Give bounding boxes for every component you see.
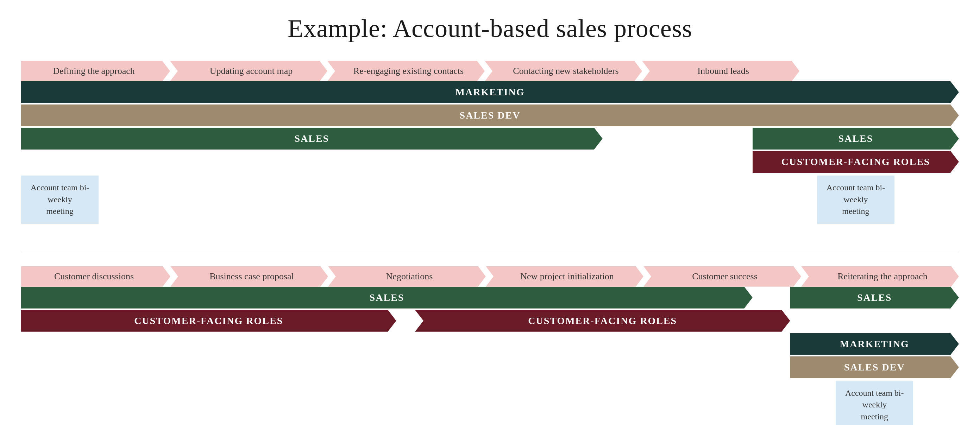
customer-right-band-top: CUSTOMER-FACING ROLES xyxy=(752,151,959,173)
sales-row-top: SALES SALES xyxy=(21,128,959,149)
marketing-row: MARKETING xyxy=(21,81,959,103)
customer-row-top: CUSTOMER-FACING ROLES xyxy=(21,151,959,173)
bottom-section: Customer discussions Business case propo… xyxy=(21,266,959,425)
stage-1-chevron: Defining the approach xyxy=(21,61,170,81)
bottom-stage-3-chevron: Negotiations xyxy=(328,266,486,287)
sales-row-bottom: SALES SALES xyxy=(21,287,959,309)
bottom-stage-2-chevron: Business case proposal xyxy=(170,266,328,287)
sales-full-band: SALES xyxy=(21,287,752,309)
sales-dev-band: SALES DEV xyxy=(21,105,959,126)
sales-partial-band: SALES xyxy=(21,128,603,149)
sales-dev-row: SALES DEV xyxy=(21,105,959,126)
marketing-right-band: MARKETING xyxy=(790,333,959,355)
section-divider xyxy=(21,252,959,252)
sales-dev-right-band: SALES DEV xyxy=(790,357,959,378)
bottom-stage-4-chevron: New project initialization xyxy=(486,266,643,287)
page-title: Example: Account-based sales process xyxy=(21,14,959,43)
stage-4-chevron: Contacting new stakeholders xyxy=(485,61,642,81)
marketing-band: MARKETING xyxy=(21,81,959,103)
info-box-right: Account team bi-weeklymeeting xyxy=(817,176,894,224)
bottom-stage-1-chevron: Customer discussions xyxy=(21,266,170,287)
top-stage-chevrons: Defining the approach Updating account m… xyxy=(21,61,799,81)
sales-right-bottom-band: SALES xyxy=(790,287,959,309)
info-box-left: Account team bi-weeklymeeting xyxy=(21,176,99,224)
customer-row-bottom: CUSTOMER-FACING ROLES CUSTOMER-FACING RO… xyxy=(21,310,959,332)
top-section: Defining the approach Updating account m… xyxy=(21,61,959,224)
info-boxes-row-top: Account team bi-weeklymeeting Account te… xyxy=(21,176,959,224)
bottom-stage-5-chevron: Customer success xyxy=(643,266,801,287)
customer-left-band: CUSTOMER-FACING ROLES xyxy=(21,310,396,332)
sales-dev-row-bottom: SALES DEV xyxy=(21,357,959,378)
stage-3-chevron: Re-engaging existing contacts xyxy=(328,61,485,81)
stage-2-chevron: Updating account map xyxy=(170,61,328,81)
info-box-bottom: Account team bi-weeklymeeting xyxy=(836,381,913,425)
bottom-stage-chevrons: Customer discussions Business case propo… xyxy=(21,266,959,287)
bottom-stage-6-chevron: Reiterating the approach xyxy=(801,266,959,287)
sales-right-band: SALES xyxy=(752,128,959,149)
info-box-row-bottom: Account team bi-weeklymeeting xyxy=(21,381,959,425)
customer-right-band-bottom: CUSTOMER-FACING ROLES xyxy=(415,310,790,332)
marketing-row-bottom: MARKETING xyxy=(21,333,959,355)
stage-5-chevron: Inbound leads xyxy=(642,61,799,81)
